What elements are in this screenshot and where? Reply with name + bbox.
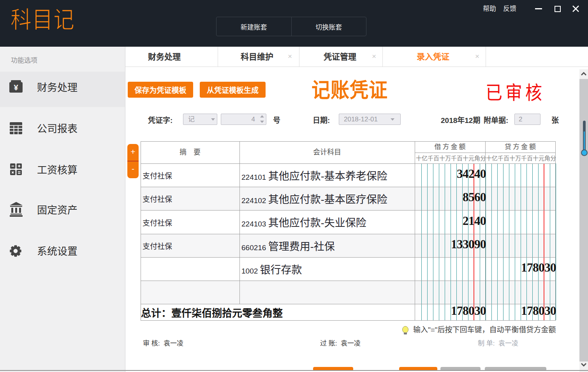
svg-text:¥: ¥ [14,83,18,92]
